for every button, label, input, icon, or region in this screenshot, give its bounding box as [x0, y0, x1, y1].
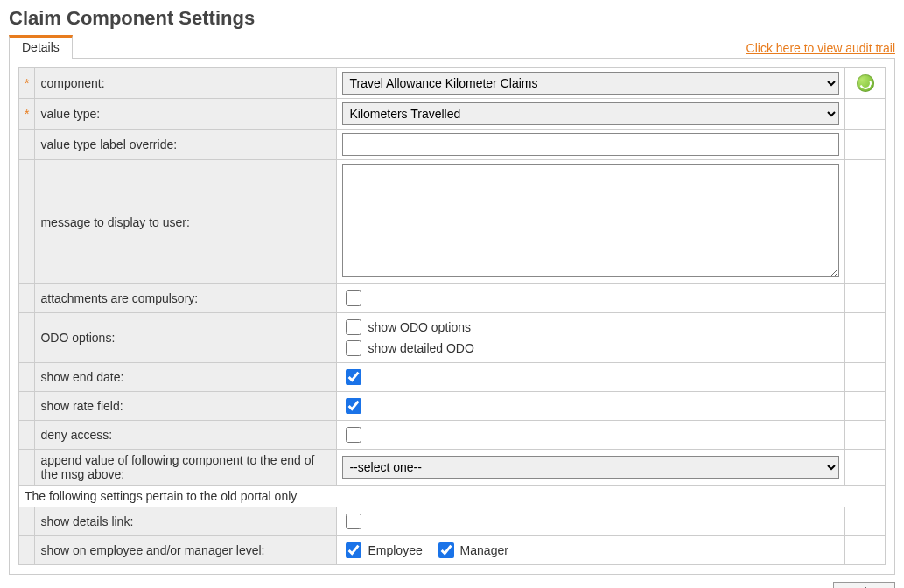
- details-panel: * component: Travel Allowance Kilometer …: [9, 58, 895, 575]
- tab-details[interactable]: Details: [9, 35, 73, 59]
- deny-access-label: deny access:: [35, 421, 337, 450]
- show-detailed-odo-checkbox[interactable]: [346, 340, 361, 356]
- manager-level-checkbox[interactable]: [438, 542, 454, 558]
- value-type-select[interactable]: Kilometers Travelled: [342, 102, 839, 125]
- append-component-label: append value of following component to t…: [35, 450, 337, 486]
- show-rate-field-label: show rate field:: [35, 392, 337, 421]
- attachments-compulsory-label: attachments are compulsory:: [35, 284, 337, 313]
- attachments-compulsory-checkbox[interactable]: [346, 290, 361, 306]
- employee-level-text: Employee: [368, 543, 422, 557]
- component-label: component:: [35, 68, 337, 99]
- audit-trail-link[interactable]: Click here to view audit trail: [746, 41, 895, 55]
- show-on-level-label: show on employee and/or manager level:: [35, 536, 337, 565]
- show-odo-options-text: show ODO options: [368, 317, 471, 338]
- required-marker: *: [19, 68, 35, 99]
- odo-options-label: ODO options:: [35, 313, 337, 363]
- value-type-override-label: value type label override:: [35, 130, 337, 160]
- page-title: Claim Component Settings: [9, 7, 895, 30]
- old-portal-note: The following settings pertain to the ol…: [19, 486, 886, 508]
- component-select[interactable]: Travel Allowance Kilometer Claims: [342, 72, 839, 94]
- message-label: message to display to user:: [35, 160, 337, 284]
- value-type-label: value type:: [35, 99, 337, 130]
- update-button[interactable]: Update: [833, 582, 895, 588]
- required-marker: *: [19, 99, 35, 130]
- show-rate-field-checkbox[interactable]: [346, 398, 361, 414]
- employee-level-checkbox[interactable]: [346, 542, 361, 558]
- refresh-icon[interactable]: [857, 74, 874, 92]
- deny-access-checkbox[interactable]: [346, 427, 361, 443]
- show-details-link-checkbox[interactable]: [346, 514, 361, 529]
- value-type-override-input[interactable]: [342, 133, 839, 156]
- manager-level-text: Manager: [460, 543, 508, 557]
- show-odo-options-checkbox[interactable]: [346, 319, 361, 335]
- append-component-select[interactable]: --select one--: [342, 456, 839, 479]
- show-details-link-label: show details link:: [35, 508, 337, 536]
- show-end-date-checkbox[interactable]: [346, 369, 361, 385]
- show-end-date-label: show end date:: [35, 363, 337, 392]
- show-detailed-odo-text: show detailed ODO: [368, 338, 473, 359]
- tabs: Details: [9, 35, 73, 59]
- message-textarea[interactable]: [342, 164, 839, 277]
